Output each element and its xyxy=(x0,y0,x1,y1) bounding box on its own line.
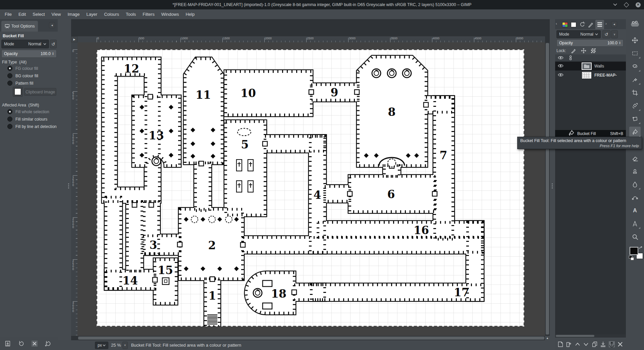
tool-smudge[interactable] xyxy=(629,179,641,190)
clipboard-image-button[interactable]: Clipboard Image xyxy=(24,88,56,96)
tool-rectangle-select[interactable] xyxy=(629,48,641,59)
tool-paths[interactable] xyxy=(629,192,641,203)
duplicate-layer-button[interactable] xyxy=(591,341,598,348)
menu-image[interactable]: Image xyxy=(64,9,83,19)
delete-layer-button[interactable] xyxy=(617,341,624,348)
maximize-icon[interactable] xyxy=(624,2,629,7)
fg-color-swatch-toolbox[interactable] xyxy=(630,247,638,255)
restore-preset-button[interactable] xyxy=(17,340,25,347)
unit-select[interactable]: px xyxy=(95,342,108,349)
opacity-spinner[interactable]: ▲▼ xyxy=(52,52,54,55)
svg-text:2: 2 xyxy=(208,239,216,252)
menu-colours[interactable]: Colours xyxy=(101,9,122,19)
right-splitter[interactable] xyxy=(550,19,555,350)
menu-view[interactable]: View xyxy=(48,9,64,19)
tool-eraser[interactable] xyxy=(629,153,641,164)
opacity-slider[interactable]: Opacity 100.0 ▲▼ xyxy=(1,50,57,58)
layer-row-free-map-[interactable]: FREE-MAP- xyxy=(555,71,626,80)
eye-icon[interactable] xyxy=(558,64,564,69)
tool-clone[interactable] xyxy=(629,166,641,177)
fill-type-pattern-fill[interactable]: Pattern fill xyxy=(7,81,33,86)
tool-free-select[interactable] xyxy=(629,61,641,72)
eye-icon[interactable] xyxy=(558,73,564,78)
menu-filters[interactable]: Filters xyxy=(139,9,158,19)
tool-measure[interactable] xyxy=(629,218,641,229)
tool-crop[interactable] xyxy=(629,87,641,98)
lock-move-icon[interactable] xyxy=(581,48,586,53)
menu-select[interactable]: Select xyxy=(29,9,48,19)
tab-layers[interactable] xyxy=(595,20,604,29)
menu-help[interactable]: Help xyxy=(182,9,198,19)
new-group-button[interactable] xyxy=(566,341,573,348)
swap-colors-icon[interactable] xyxy=(639,246,643,250)
tab-tool-options[interactable]: Tool Options xyxy=(1,21,38,32)
fill-type-bg-colour-fill[interactable]: BG colour fill xyxy=(7,73,38,78)
minimize-icon[interactable] xyxy=(613,3,617,6)
layers-h-scrollbar[interactable] xyxy=(555,334,626,338)
tab-undo-history[interactable] xyxy=(578,20,587,29)
layer-mode-reset-button[interactable]: ↺ xyxy=(602,30,610,38)
tool-popup-bucket-fill[interactable]: Bucket Fill Shift+B xyxy=(555,130,626,137)
tool-bucket-fill[interactable] xyxy=(629,127,641,137)
vertical-scrollbar[interactable] xyxy=(545,42,550,336)
dock-menu-icon[interactable]: ◂ xyxy=(611,21,617,27)
menu-edit[interactable]: Edit xyxy=(15,9,29,19)
tool-shortcut: Shift+B xyxy=(610,131,623,136)
reset-tool-button[interactable] xyxy=(44,340,52,347)
lock-alpha-icon[interactable] xyxy=(591,48,596,53)
save-preset-button[interactable] xyxy=(4,340,11,347)
canvas-image[interactable]: 123456789101112131415161718 xyxy=(97,49,524,326)
vertical-ruler[interactable]: 05 0 01 0 0 01 5 0 02 0 0 02 5 0 03 0 0 … xyxy=(71,42,77,336)
canvas-viewport[interactable]: 123456789101112131415161718 xyxy=(77,42,545,336)
tabs-prev-icon[interactable]: ‹ xyxy=(556,21,557,26)
h-scroll-thumb[interactable] xyxy=(78,337,544,340)
mode-select[interactable]: Mode Normal xyxy=(1,40,49,48)
tool-unified-transform[interactable] xyxy=(629,100,641,111)
tab-brushes[interactable] xyxy=(569,20,578,29)
delete-preset-button[interactable] xyxy=(31,340,38,347)
tab-menu-icon[interactable]: ◂ xyxy=(49,22,55,28)
fill-type-fg-colour-fill[interactable]: FG colour fill xyxy=(7,66,38,71)
mode-reset-button[interactable]: ↺ xyxy=(50,40,57,48)
merge-layer-button[interactable] xyxy=(600,341,607,348)
clipboard-image-label: Clipboard Image xyxy=(25,90,55,94)
tabs-next-icon[interactable]: › xyxy=(605,21,607,26)
tool-zoom[interactable] xyxy=(629,231,641,242)
navigation-button[interactable]: ▲ xyxy=(545,336,550,340)
anchor-layer-button[interactable] xyxy=(608,341,615,348)
link-icon[interactable] xyxy=(569,55,572,60)
menu-windows[interactable]: Windows xyxy=(158,9,182,19)
fg-color-swatch[interactable] xyxy=(13,87,23,97)
affected-area-fill-whole-selection[interactable]: Fill whole selection xyxy=(7,109,49,114)
lock-paint-icon[interactable] xyxy=(571,48,576,53)
tab-colors[interactable] xyxy=(560,20,569,29)
affected-area-fill-similar-colours[interactable]: Fill similar colours xyxy=(7,117,47,122)
layer-opacity-slider[interactable]: Opacity 100.0 ▲▼ xyxy=(556,39,624,47)
affected-area-fill-by-line-art-detection[interactable]: Fill by line art detection xyxy=(7,124,57,129)
layer-opacity-spinner[interactable]: ▲▼ xyxy=(619,41,621,45)
ruler-origin-button[interactable]: ▶ xyxy=(71,36,77,42)
color-swatches[interactable] xyxy=(630,247,644,262)
left-splitter[interactable] xyxy=(58,19,71,350)
tool-move[interactable] xyxy=(629,35,641,46)
eye-icon[interactable] xyxy=(558,56,564,60)
horizontal-ruler[interactable]: 0500100015002000250030003500400045005000 xyxy=(77,36,545,42)
layer-row-walls[interactable]: Walls xyxy=(555,62,626,71)
tool-handle-transform[interactable] xyxy=(629,114,641,124)
v-scroll-thumb[interactable] xyxy=(546,43,549,335)
menu-file[interactable]: File xyxy=(1,9,15,19)
close-icon[interactable]: ✕ xyxy=(636,2,641,7)
zoom-value[interactable]: 25 % xyxy=(111,343,121,348)
new-layer-button[interactable] xyxy=(557,341,564,348)
menu-layer[interactable]: Layer xyxy=(83,9,101,19)
menu-tools[interactable]: Tools xyxy=(122,9,139,19)
tool-fuzzy-select[interactable] xyxy=(629,74,641,85)
layer-mode-menu-button[interactable]: ∨ xyxy=(611,30,618,38)
horizontal-scrollbar[interactable] xyxy=(77,336,545,340)
tool-text[interactable]: A xyxy=(629,205,641,216)
layer-mode-select[interactable]: Mode Normal xyxy=(556,30,601,38)
tab-paintbrush[interactable] xyxy=(587,20,595,29)
zoom-select-icon[interactable]: ∨ xyxy=(122,342,128,349)
raise-layer-button[interactable] xyxy=(574,341,581,348)
lower-layer-button[interactable] xyxy=(583,341,590,348)
